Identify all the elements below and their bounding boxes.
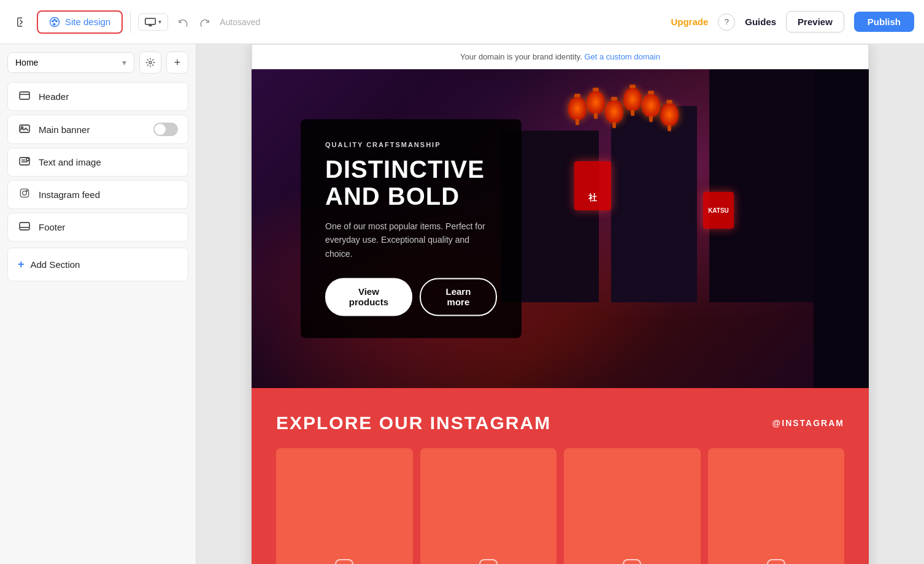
learn-more-button[interactable]: Learn more	[420, 278, 497, 316]
hero-section: 社 KATSU QUALITY CRAFTSMANSHIP DISTINCTIV…	[252, 69, 869, 388]
instagram-title: EXPLORE OUR INSTAGRAM	[276, 413, 551, 433]
device-selector[interactable]: ▾	[138, 13, 168, 31]
redo-button[interactable]	[195, 12, 215, 32]
sidebar-item-label: Header	[39, 91, 69, 102]
site-design-button[interactable]: Site design	[37, 10, 123, 34]
sidebar-item-label: Text and image	[39, 157, 101, 167]
hero-title: DISTINCTIVE AND BOLD	[325, 156, 497, 210]
view-products-button[interactable]: View products	[325, 278, 412, 316]
main-banner-toggle[interactable]	[153, 123, 178, 136]
sidebar-item-label: Main banner	[39, 124, 90, 135]
instagram-thumb-3	[564, 448, 701, 564]
plus-icon: +	[174, 56, 181, 69]
instagram-section: EXPLORE OUR INSTAGRAM @INSTAGRAM	[252, 388, 869, 564]
domain-banner: Your domain is your brand identity. Get …	[252, 44, 869, 69]
preview-area: Your domain is your brand identity. Get …	[196, 44, 924, 564]
svg-point-2	[54, 19, 55, 20]
svg-point-15	[23, 191, 27, 196]
lantern-4	[587, 91, 605, 114]
page-add-button[interactable]: +	[166, 51, 188, 74]
preview-frame: Your domain is your brand identity. Get …	[252, 44, 869, 564]
sidebar-item-text-and-image[interactable]: Text and image	[7, 148, 188, 177]
page-dropdown[interactable]: Home ▾	[7, 52, 134, 73]
header-icon	[18, 90, 31, 103]
monitor-icon	[145, 18, 156, 26]
hero-buttons: View products Learn more	[325, 278, 497, 316]
sidebar: Home ▾ + Header	[0, 44, 196, 564]
instagram-grid	[276, 448, 844, 564]
palette-icon	[49, 17, 60, 28]
svg-rect-4	[145, 18, 156, 25]
undo-button[interactable]	[173, 12, 193, 32]
gear-icon	[145, 58, 155, 67]
plus-icon: +	[18, 258, 25, 271]
instagram-thumb-icon-3	[623, 559, 641, 565]
hero-subtitle: QUALITY CRAFTSMANSHIP	[325, 141, 497, 148]
page-selector-row: Home ▾ +	[7, 51, 188, 74]
instagram-icon	[18, 188, 31, 201]
lantern-2	[623, 88, 642, 111]
building-1	[709, 69, 820, 302]
guides-button[interactable]: Guides	[745, 17, 776, 27]
toolbar: Site design ▾ Autosaved Upg	[0, 0, 924, 44]
exit-button[interactable]	[10, 11, 32, 33]
sidebar-item-header[interactable]: Header	[7, 82, 188, 111]
toolbar-left: Site design ▾ Autosaved	[10, 10, 260, 34]
footer-icon	[18, 221, 31, 234]
sidebar-item-footer[interactable]: Footer	[7, 213, 188, 242]
instagram-thumb-icon-2	[479, 559, 498, 565]
lantern-3	[605, 100, 623, 123]
building-2	[611, 106, 697, 302]
add-section-button[interactable]: + Add Section	[7, 248, 188, 281]
page-dropdown-label: Home	[15, 58, 38, 67]
svg-rect-13	[26, 158, 29, 161]
custom-domain-link[interactable]: Get a custom domain	[584, 52, 660, 61]
svg-rect-17	[20, 223, 29, 230]
sidebar-item-label: Instagram feed	[39, 189, 100, 200]
lantern-5	[660, 103, 679, 126]
sidebar-item-main-banner[interactable]: Main banner	[7, 115, 188, 144]
text-image-icon	[18, 156, 31, 169]
instagram-header: EXPLORE OUR INSTAGRAM @INSTAGRAM	[276, 413, 844, 433]
instagram-thumb-1	[276, 448, 413, 564]
building-3	[814, 69, 869, 388]
undo-redo-group	[173, 12, 215, 32]
page-settings-button[interactable]	[139, 51, 161, 74]
sidebar-item-instagram-feed[interactable]: Instagram feed	[7, 180, 188, 209]
svg-point-1	[52, 20, 53, 21]
domain-banner-text: Your domain is your brand identity.	[460, 52, 582, 61]
chevron-down-icon: ▾	[122, 58, 126, 67]
hero-description: One of our most popular items. Perfect f…	[325, 219, 497, 261]
svg-rect-6	[20, 92, 29, 99]
neon-sign-2: KATSU	[703, 192, 734, 229]
upgrade-button[interactable]: Upgrade	[671, 17, 708, 27]
svg-point-3	[56, 20, 57, 21]
lantern-6	[568, 97, 587, 120]
instagram-thumb-4	[708, 448, 845, 564]
chevron-down-icon: ▾	[158, 18, 161, 25]
banner-icon	[18, 123, 31, 136]
publish-button[interactable]: Publish	[854, 12, 914, 32]
hero-content-box: QUALITY CRAFTSMANSHIP DISTINCTIVE AND BO…	[301, 119, 522, 338]
autosaved-status: Autosaved	[220, 17, 260, 27]
instagram-thumb-2	[420, 448, 557, 564]
help-button[interactable]: ?	[718, 13, 735, 31]
toolbar-divider	[130, 11, 131, 33]
add-section-label: Add Section	[31, 259, 80, 270]
main-area: Home ▾ + Header	[0, 44, 924, 564]
site-design-label: Site design	[65, 17, 110, 27]
sidebar-item-label: Footer	[39, 222, 65, 232]
instagram-thumb-icon	[335, 559, 353, 565]
preview-button[interactable]: Preview	[786, 11, 844, 32]
instagram-handle: @INSTAGRAM	[772, 418, 844, 428]
instagram-thumb-icon-4	[767, 559, 785, 565]
lantern-1	[642, 94, 660, 117]
neon-sign-1: 社	[574, 161, 611, 210]
svg-point-5	[149, 61, 152, 64]
toolbar-right: Upgrade ? Guides Preview Publish	[671, 11, 914, 32]
svg-point-16	[26, 190, 28, 191]
